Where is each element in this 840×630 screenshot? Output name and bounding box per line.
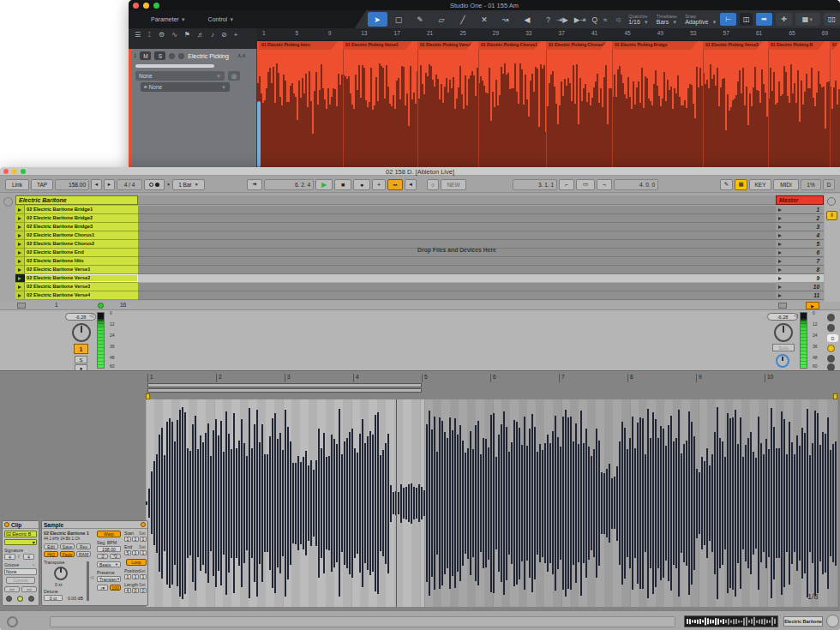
transient-resolution-field[interactable]: 100 [110, 585, 121, 591]
track-name[interactable]: Electric Picking [188, 53, 228, 59]
clip-name-field[interactable]: 02 Electric B [4, 531, 37, 537]
scene-launch-icon[interactable] [778, 234, 782, 237]
scene-launch-icon[interactable] [778, 243, 782, 246]
session-grid-row[interactable] [138, 266, 776, 274]
control-dropdown[interactable]: Control ▼ [208, 16, 234, 22]
capture-new-button[interactable]: NEW [441, 179, 466, 190]
sample-panel-icon[interactable] [141, 522, 146, 527]
track-volume-slider[interactable] [135, 64, 214, 68]
autoscroll-button[interactable]: ➡ [756, 13, 772, 26]
hiq-button[interactable]: HiQ [44, 551, 58, 557]
so-clip-label[interactable]: 01 Electric Picking Verse3 [703, 41, 763, 50]
so-clip-label[interactable]: 01 Electric Picking Chorus1 [478, 41, 541, 50]
range-tool-button[interactable]: ▢ [389, 12, 409, 27]
scene-slot[interactable]: 4 [776, 231, 824, 240]
play-marker-icon[interactable]: ⇥▶ [556, 15, 568, 24]
set-position-button[interactable]: Set [139, 568, 146, 573]
so-clip-label[interactable]: 01 Electric Picking Intro [259, 41, 338, 50]
scene-slot[interactable]: 6 [776, 249, 824, 257]
eraser-tool-button[interactable]: ▱ [431, 12, 451, 27]
grid-settings-button[interactable]: ▦ ▼ [795, 13, 820, 26]
position-bar[interactable]: 1 [124, 574, 131, 579]
tempo-field[interactable]: 158.00 [55, 179, 89, 190]
clip-box-toggle[interactable] [6, 596, 12, 602]
preserve-selector[interactable]: Transien▼ [97, 576, 121, 582]
transient-loop-selector[interactable]: ♪▾ [97, 585, 108, 591]
monitor-button[interactable] [178, 53, 184, 59]
so-clip-label[interactable]: 01 Electric Picking Verse1 [343, 41, 412, 50]
clip-gain-slider[interactable] [87, 561, 89, 601]
end-bar[interactable]: 5 [124, 550, 131, 555]
key-map-button[interactable]: KEY [749, 179, 771, 190]
seg-bpm-field[interactable]: 158.00 [97, 546, 121, 552]
gear-icon[interactable]: ◎ [228, 71, 240, 81]
commit-button[interactable]: Commit [6, 577, 35, 584]
scene-slot[interactable]: 2 [776, 214, 824, 223]
so-timeline-ruler[interactable]: 159131721252933374145495357616569 [257, 28, 840, 41]
clip-launch-button[interactable] [15, 291, 25, 299]
double-tempo-button[interactable]: *2 [110, 554, 121, 559]
record-arm-button[interactable] [169, 53, 175, 59]
note-icon[interactable]: ♪ [211, 31, 214, 39]
listen-tool-button[interactable]: ◀ [517, 12, 537, 27]
arrow-tool-button[interactable]: ➤ [368, 12, 387, 27]
signature-denominator[interactable]: 4 [23, 554, 34, 560]
status-knob[interactable] [826, 615, 839, 627]
session-overview-icon[interactable] [3, 197, 13, 207]
scene-launch-icon[interactable] [778, 285, 782, 289]
snap-group[interactable]: Snap Adaptive▼ [685, 14, 717, 26]
track-pan-knob[interactable] [72, 323, 91, 342]
so-arrangement-area[interactable]: 01 Electric Picking Intro01 Electric Pic… [257, 41, 840, 167]
so-clip-label[interactable]: 01 Electric Picking B [768, 41, 825, 50]
clip-launch-button[interactable] [15, 214, 25, 222]
audio-input-label[interactable]: 1 [55, 302, 58, 308]
clip-start-marker[interactable] [146, 393, 150, 399]
play-button[interactable]: ▶ [315, 179, 333, 190]
warp-mode-selector[interactable]: Beats▼ [97, 561, 121, 567]
sample-box-toggle[interactable] [17, 596, 23, 602]
clip-end-marker[interactable] [833, 393, 837, 399]
show-delay-toggle[interactable] [827, 355, 835, 363]
computer-midi-keyboard-button[interactable]: ▦ [735, 179, 747, 190]
time-signature-field[interactable]: 4 / 4 [117, 179, 142, 190]
scene-slot[interactable]: 5 [776, 240, 824, 249]
length-beat[interactable]: 0 [132, 588, 139, 593]
session-track-header[interactable]: Electric Baritone [15, 195, 138, 205]
session-clip[interactable]: 02 Electric Baritone End [15, 249, 138, 257]
cursor-icon[interactable]: ⌶ [147, 31, 152, 39]
detune-field[interactable]: 0 ct [44, 595, 63, 601]
timebase-group[interactable]: Timebase Bars▼ [657, 14, 677, 26]
so-clip-label[interactable]: 01 Electric Picking Chorus2 [546, 41, 607, 50]
session-grid[interactable] [138, 206, 776, 300]
nudge-down-button[interactable]: ◂ [91, 179, 102, 190]
end-beat[interactable]: 1 [132, 550, 139, 555]
audio-output-label[interactable]: 16 [120, 302, 126, 308]
scene-launch-icon[interactable] [778, 251, 782, 255]
so-clip-label[interactable]: 01 Electric Picking Bridge [612, 41, 698, 50]
insert-slot-dropdown[interactable]: None▼ [135, 71, 225, 81]
status-track-button[interactable]: Electric Baritone [783, 616, 823, 627]
clip-launch-button[interactable] [15, 257, 25, 265]
fade-button[interactable]: Fade [60, 551, 75, 557]
clip-stop-button[interactable] [17, 303, 26, 309]
record-button[interactable]: ● [353, 179, 370, 190]
quantization-menu[interactable]: 1 Bar▼ [172, 179, 205, 190]
clip-waveform-area[interactable] [146, 399, 837, 607]
panel-toggle-button[interactable]: ▯▯ [824, 13, 840, 26]
send-slot-dropdown[interactable]: ≡ None▼ [141, 82, 230, 92]
loop-brace[interactable] [147, 383, 422, 393]
session-grid-row[interactable] [138, 231, 776, 240]
marker-flag-icon[interactable]: ⚑ [184, 31, 190, 39]
status-circle-icon[interactable] [7, 616, 18, 627]
link-button[interactable]: Link [5, 179, 29, 190]
so-titlebar[interactable]: Studio One - 01 155 Am [129, 0, 840, 10]
loop-follow-icon[interactable]: ▶⇥ [574, 15, 586, 24]
session-clip[interactable]: 02 Electric Baritone Verse2 [15, 274, 138, 283]
clip-launch-button[interactable] [15, 231, 25, 239]
end-sixteenth[interactable]: 1 [140, 550, 147, 555]
show-returns-toggle[interactable]: D [827, 334, 838, 342]
track-solo-button[interactable]: S [75, 356, 87, 363]
scene-launch-icon[interactable] [778, 277, 782, 280]
mute-tool-button[interactable]: ✕ [474, 12, 494, 27]
waveform-overview[interactable] [684, 615, 778, 627]
